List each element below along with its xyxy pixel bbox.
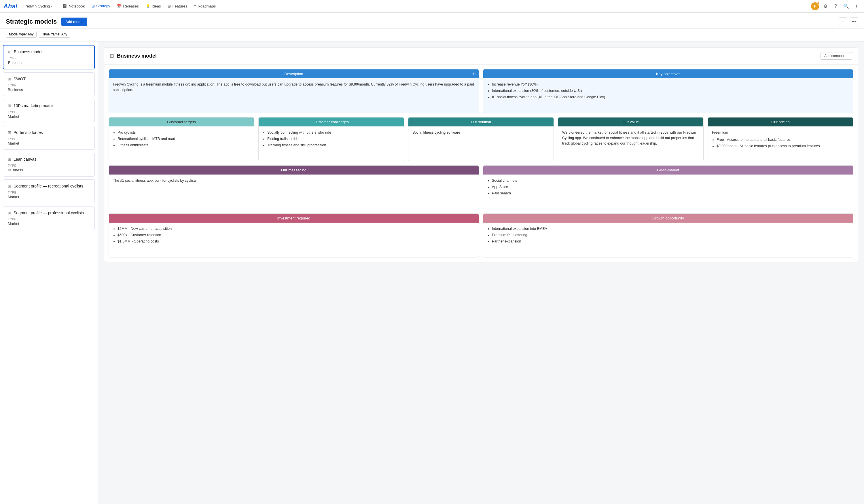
type-value: Market (8, 114, 90, 119)
our-messaging-body: The #1 social fitness app, built for cyc… (109, 175, 479, 209)
sidebar-item-10ps[interactable]: ⊞ 10Ps marketing matrix TYPE Market (3, 99, 95, 123)
row-desc-obj: Description 👁 Fredwin Cycling is a freem… (109, 69, 853, 113)
our-solution-header: Our solution (408, 118, 553, 127)
export-button[interactable]: ↑ (839, 17, 847, 26)
filters-row: Model type: Any Time frame: Any (0, 28, 864, 41)
nav-ideas[interactable]: 💡 Ideas (143, 2, 164, 10)
nav-releases[interactable]: 📅 Releases (114, 2, 141, 10)
investment-required-card: Investment required $2MM - New customer … (109, 213, 479, 257)
type-label: TYPE (8, 217, 90, 221)
customer-challenges-header: Customer challenges (259, 118, 404, 127)
our-pricing-body: Freemium Free - Access to the app and al… (708, 127, 853, 161)
top-navigation: Aha! Fredwin Cycling ▾ 📓 Notebook ◎ Stra… (0, 0, 864, 13)
customer-targets-card: Customer targets Pro cyclists Recreation… (109, 117, 254, 161)
nav-roadmaps[interactable]: ≡ Roadmaps (191, 2, 219, 10)
our-messaging-header: Our messaging (109, 166, 479, 175)
customer-targets-header: Customer targets (109, 118, 254, 127)
sidebar-item-swot[interactable]: ⊞ SWOT TYPE Business (3, 72, 95, 96)
type-value: Market (8, 195, 90, 199)
type-value: Business (8, 60, 89, 65)
go-to-market-card: Go-to-market Social channels App Store P… (483, 165, 853, 209)
nav-notebook[interactable]: 📓 Notebook (60, 2, 87, 10)
go-to-market-header: Go-to-market (483, 166, 853, 175)
main-layout: ⊞ Business model TYPE Business ⊞ SWOT TY… (0, 41, 864, 504)
strategy-icon: ◎ (92, 4, 95, 8)
add-component-button[interactable]: Add component (820, 52, 852, 60)
nav-right: F ⚙ ? 🔍 + (811, 2, 861, 10)
nav-notebook-label: Notebook (69, 4, 85, 8)
ideas-icon: 💡 (146, 4, 150, 8)
workspace-selector[interactable]: Fredwin Cycling ▾ (21, 3, 55, 10)
key-objectives-header: Key objectives (483, 69, 853, 78)
our-value-body: We pioneered the market for social fitne… (558, 127, 703, 161)
visibility-icon[interactable]: 👁 (472, 72, 476, 76)
description-body: Fredwin Cycling is a freemium mobile fit… (109, 78, 479, 113)
list-item: $1.5MM - Operating costs (118, 239, 475, 244)
nav-divider (57, 3, 57, 9)
list-item: Socially connecting with others who ride (267, 130, 400, 135)
sidebar-item-lean-canvas[interactable]: ⊞ Lean canvas TYPE Business (3, 153, 95, 177)
nav-features[interactable]: ⊞ Features (165, 2, 190, 10)
type-value: Market (8, 221, 90, 226)
model-grid: Description 👁 Fredwin Cycling is a freem… (104, 64, 858, 262)
nav-features-label: Features (172, 4, 187, 8)
our-solution-card: Our solution Social fitness cycling soft… (408, 117, 554, 161)
avatar[interactable]: F (811, 2, 819, 10)
model-icon: ⊞ (8, 130, 11, 135)
sidebar: ⊞ Business model TYPE Business ⊞ SWOT TY… (0, 41, 98, 504)
list-item: App Store (492, 184, 849, 190)
sidebar-item-name: ⊞ Lean canvas (8, 157, 90, 161)
time-frame-filter[interactable]: Time frame: Any (39, 31, 70, 38)
type-label: TYPE (8, 84, 90, 87)
type-label: TYPE (8, 110, 90, 114)
our-solution-body: Social fitness cycling software (408, 127, 553, 161)
nav-strategy[interactable]: ◎ Strategy (89, 2, 113, 10)
sidebar-item-name: ⊞ Porter's 5 forces (8, 130, 90, 135)
growth-opportunity-header: Growth opportunity (483, 214, 853, 223)
search-icon[interactable]: 🔍 (842, 2, 850, 10)
model-panel-header: ⊞ Business model Add component (104, 48, 858, 64)
add-button[interactable]: + (852, 2, 861, 10)
model-type-filter[interactable]: Model type: Any (6, 31, 37, 38)
list-item: International expansion into EMEA (492, 226, 849, 231)
list-item: Social channels (492, 178, 849, 183)
type-label: TYPE (8, 164, 90, 167)
customer-challenges-body: Socially connecting with others who ride… (259, 127, 404, 161)
list-item: Finding trails to ride (267, 136, 400, 142)
list-item: Fitness enthusiasts (118, 143, 250, 148)
customer-targets-body: Pro cyclists Recreational cyclists, MTB … (109, 127, 254, 161)
settings-icon[interactable]: ⚙ (821, 2, 829, 10)
nav-releases-label: Releases (123, 4, 139, 8)
list-item: $500k - Customer retention (118, 232, 475, 238)
help-icon[interactable]: ? (832, 2, 840, 10)
key-objectives-body: Increase revenue YoY (30%) International… (483, 78, 853, 113)
sidebar-item-porters[interactable]: ⊞ Porter's 5 forces TYPE Market (3, 126, 95, 150)
main-content: ⊞ Business model Add component Descripti… (98, 41, 864, 504)
our-pricing-header: Our pricing (708, 118, 853, 127)
list-item: Pro cyclists (118, 130, 250, 135)
list-item: International expansion (30% of customer… (492, 88, 849, 94)
app-logo[interactable]: Aha! (3, 3, 17, 10)
header-actions: ↑ ••• (839, 17, 858, 26)
growth-opportunity-card: Growth opportunity International expansi… (483, 213, 853, 257)
go-to-market-body: Social channels App Store Paid search (483, 175, 853, 209)
sidebar-item-segment-pro[interactable]: ⊞ Segment profile — professional cyclist… (3, 206, 95, 230)
sidebar-item-name: ⊞ Segment profile — recreational cyclist… (8, 184, 90, 188)
model-icon: ⊞ (8, 211, 11, 215)
more-options-button[interactable]: ••• (850, 17, 858, 26)
list-item: Tracking fitness and skill progression (267, 143, 400, 148)
sidebar-item-name: ⊞ Business model (8, 49, 89, 54)
sidebar-item-segment-rec[interactable]: ⊞ Segment profile — recreational cyclist… (3, 179, 95, 203)
growth-opportunity-body: International expansion into EMEA Premiu… (483, 223, 853, 257)
sidebar-item-name: ⊞ SWOT (8, 76, 90, 81)
customer-challenges-card: Customer challenges Socially connecting … (258, 117, 404, 161)
model-icon: ⊞ (8, 184, 11, 188)
type-value: Business (8, 87, 90, 92)
list-item: #1 social fitness cycling app (#1 in the… (492, 95, 849, 100)
type-label: TYPE (8, 137, 90, 141)
avatar-badge (817, 2, 820, 4)
add-model-button[interactable]: Add model (61, 17, 87, 26)
key-objectives-card: Key objectives Increase revenue YoY (30%… (483, 69, 853, 113)
sidebar-item-business-model[interactable]: ⊞ Business model TYPE Business (3, 45, 95, 69)
list-item: $9.99/month - All basic features plus ac… (717, 143, 849, 149)
